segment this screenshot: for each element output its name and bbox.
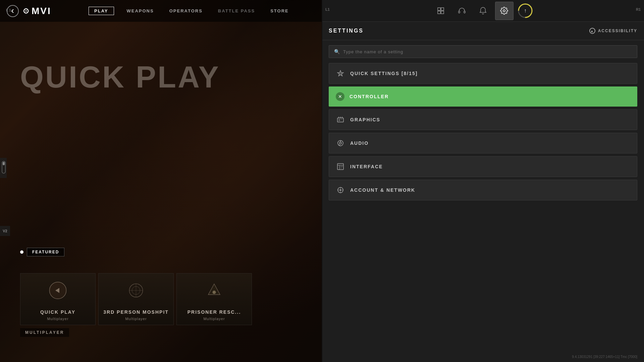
nav-item-l1: L1 [3, 7, 14, 13]
card-subtitle-1: Multiplayer [99, 317, 173, 321]
accessibility-label: ACCESSIBILITY [598, 28, 637, 33]
settings-item-interface[interactable]: INTERFACE [329, 156, 637, 177]
svg-point-8 [213, 291, 216, 294]
svg-point-34 [340, 189, 341, 191]
interface-icon [336, 162, 345, 171]
svg-rect-32 [340, 168, 342, 169]
svg-rect-23 [338, 119, 340, 121]
settings-item-controller[interactable]: ✕ CONTROLLER [329, 86, 637, 107]
game-background: ⊙ MVI L1 PLAY WEAPONS OPERATORS BATTLE P… [0, 0, 322, 362]
quick-settings-label: QUICK SETTINGS [8/15] [350, 71, 418, 76]
grid-icon-btn[interactable] [432, 2, 450, 20]
audio-label: AUDIO [350, 140, 369, 146]
top-navigation: ⊙ MVI L1 PLAY WEAPONS OPERATORS BATTLE P… [0, 0, 322, 22]
controller-label: CONTROLLER [350, 94, 389, 99]
logo-text: MVI [32, 6, 51, 16]
bottom-left-element: V2 [0, 226, 10, 236]
version-info: 9.4.13031291 [39:227:1465+11] Tmc [7000] [572, 355, 637, 359]
game-card-prisoner[interactable]: PRISONER RESC... Multiplayer [176, 273, 252, 325]
svg-point-15 [503, 10, 505, 12]
nav-item-play[interactable]: PLAY [89, 7, 114, 15]
game-card-quick-play[interactable]: QUICK PLAY Multiplayer [20, 273, 96, 325]
card-icon-prisoner [204, 280, 224, 300]
main-content: QUICK PLAY V2 FEATURED [0, 22, 322, 362]
svg-point-38 [342, 190, 343, 191]
settings-item-quick-settings[interactable]: QUICK SETTINGS [8/15] [329, 63, 637, 84]
profile-icon-btn[interactable]: ↑ [516, 2, 535, 20]
quick-play-title: QUICK PLAY [20, 62, 220, 92]
featured-dot: FEATURED [20, 248, 64, 256]
quick-settings-icon [336, 69, 345, 78]
card-title-1: 3RD PERSON MOSHPIT [99, 309, 173, 315]
headset-icon-btn[interactable] [453, 2, 471, 20]
svg-rect-1 [3, 162, 5, 165]
account-network-label: ACCOUNT & NETWORK [350, 187, 415, 193]
settings-search-input[interactable] [343, 49, 632, 54]
progress-ring: ↑ [517, 2, 534, 19]
svg-rect-10 [441, 8, 444, 10]
card-subtitle-2: Multiplayer [177, 317, 252, 321]
svg-rect-12 [441, 11, 444, 14]
account-network-icon [336, 185, 345, 195]
card-subtitle-0: Multiplayer [20, 317, 95, 321]
card-title-0: QUICK PLAY [20, 309, 95, 315]
featured-label: FEATURED [27, 248, 64, 256]
nav-item-battlepass[interactable]: BATTLE PASS [215, 7, 258, 15]
audio-icon [336, 138, 345, 148]
gear-icon-btn[interactable] [495, 2, 514, 20]
svg-marker-18 [337, 70, 343, 76]
interface-label: INTERFACE [350, 164, 383, 169]
card-icon-quick-play [48, 280, 68, 300]
svg-point-36 [340, 192, 341, 193]
logo-icon: ⊙ [23, 7, 30, 15]
game-cards: QUICK PLAY Multiplayer 3RD PERSON MOSHPI… [20, 273, 252, 325]
settings-panel: L1 [322, 0, 644, 362]
dot-indicator [20, 250, 23, 254]
graphics-icon [336, 115, 345, 124]
search-area: 🔍 [322, 40, 644, 63]
nav-item-operators[interactable]: OPERATORS [167, 7, 205, 15]
settings-header: SETTINGS ▲ ACCESSIBILITY [322, 22, 644, 40]
controller-x-icon: ✕ [336, 92, 344, 101]
svg-point-26 [339, 142, 341, 144]
settings-menu: QUICK SETTINGS [8/15] ✕ CONTROLLER GRAPH… [322, 63, 644, 362]
settings-item-audio[interactable]: AUDIO [329, 133, 637, 154]
card-title-2: PRISONER RESC... [177, 309, 252, 315]
settings-top-bar: L1 [322, 0, 644, 22]
search-icon: 🔍 [334, 49, 340, 54]
accessibility-button[interactable]: ▲ ACCESSIBILITY [589, 28, 637, 34]
svg-rect-24 [341, 119, 342, 120]
svg-rect-19 [337, 118, 343, 122]
nav-items: L1 PLAY WEAPONS OPERATORS BATTLE PASS ST… [65, 7, 315, 15]
multiplayer-label: MULTIPLAYER [20, 328, 69, 337]
settings-item-graphics[interactable]: GRAPHICS [329, 109, 637, 130]
l1-indicator: L1 [325, 7, 330, 11]
game-card-moshpit[interactable]: 3RD PERSON MOSHPIT Multiplayer [98, 273, 174, 325]
nav-item-weapons[interactable]: WEAPONS [124, 7, 157, 15]
nav-item-store[interactable]: STORE [268, 7, 291, 15]
game-logo: ⊙ MVI [23, 6, 51, 16]
multiplayer-section: MULTIPLAYER [20, 328, 69, 337]
svg-point-37 [338, 190, 339, 191]
triangle-icon: ▲ [589, 28, 595, 34]
svg-rect-9 [438, 8, 440, 10]
settings-title: SETTINGS [329, 28, 583, 34]
r1-indicator: R1 [636, 7, 641, 11]
svg-rect-31 [340, 166, 343, 167]
svg-point-35 [340, 187, 341, 188]
graphics-label: GRAPHICS [350, 117, 380, 122]
side-element [0, 158, 7, 178]
card-icon-moshpit [126, 280, 146, 300]
bell-icon-btn[interactable] [474, 2, 492, 20]
progress-ring-icon: ↑ [524, 8, 527, 14]
panel-separator [322, 0, 322, 362]
featured-section: FEATURED [20, 248, 64, 261]
svg-rect-11 [438, 11, 440, 14]
search-container[interactable]: 🔍 [329, 45, 637, 58]
settings-item-account-network[interactable]: ACCOUNT & NETWORK [329, 180, 637, 200]
